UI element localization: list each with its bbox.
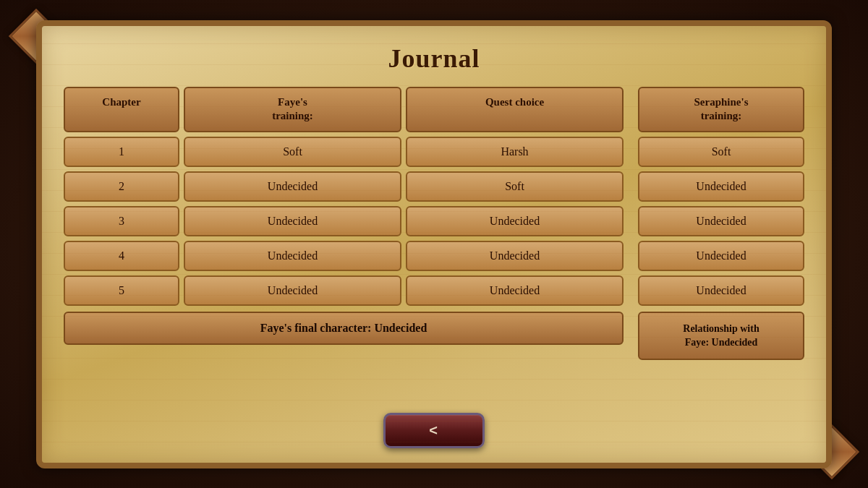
- cell-chapter-5: 5: [64, 275, 179, 306]
- seraphine-training-4: Undecided: [638, 241, 804, 271]
- cell-chapter-3: 3: [64, 206, 179, 236]
- cell-faye-training-1: Soft: [184, 137, 401, 167]
- table-data-rows: 1 Soft Harsh 2 Undecided Soft 3 Undecide…: [64, 137, 624, 306]
- cell-quest-choice-3: Undecided: [406, 206, 624, 236]
- table-row: 4 Undecided Undecided: [64, 241, 624, 271]
- right-panel: Seraphine'straining: Soft Undecided Unde…: [638, 87, 804, 403]
- back-button[interactable]: <: [383, 413, 485, 448]
- seraphine-training-cells: Soft Undecided Undecided Undecided Undec…: [638, 137, 804, 306]
- table-row: 5 Undecided Undecided: [64, 275, 624, 306]
- seraphine-training-header: Seraphine'straining:: [638, 87, 804, 132]
- header-faye-training: Faye'straining:: [184, 87, 401, 132]
- seraphine-training-2: Undecided: [638, 171, 804, 202]
- cell-faye-training-5: Undecided: [184, 275, 401, 306]
- cell-quest-choice-4: Undecided: [406, 241, 624, 271]
- cell-faye-training-2: Undecided: [184, 171, 401, 202]
- cell-faye-training-3: Undecided: [184, 206, 401, 236]
- cell-chapter-2: 2: [64, 171, 179, 202]
- table-header-row: Chapter Faye'straining: Quest choice: [64, 87, 624, 132]
- content-area: Chapter Faye'straining: Quest choice 1 S…: [64, 87, 804, 403]
- header-chapter: Chapter: [64, 87, 179, 132]
- header-quest-choice: Quest choice: [406, 87, 624, 132]
- cell-quest-choice-2: Soft: [406, 171, 624, 202]
- left-table: Chapter Faye'straining: Quest choice 1 S…: [64, 87, 624, 403]
- relationship-summary: Relationship withFaye: Undecided: [638, 312, 804, 360]
- journal-title: Journal: [388, 43, 480, 74]
- bottom-area: <: [64, 413, 804, 448]
- cell-quest-choice-1: Harsh: [406, 137, 624, 167]
- seraphine-training-1: Soft: [638, 137, 804, 167]
- cell-chapter-1: 1: [64, 137, 179, 167]
- journal-panel: Journal Chapter Faye'straining: Quest ch…: [36, 20, 832, 468]
- cell-chapter-4: 4: [64, 241, 179, 271]
- cell-quest-choice-5: Undecided: [406, 275, 624, 306]
- cell-faye-training-4: Undecided: [184, 241, 401, 271]
- table-row: 1 Soft Harsh: [64, 137, 624, 167]
- faye-final-summary: Faye's final character: Undecided: [64, 312, 624, 345]
- table-row: 3 Undecided Undecided: [64, 206, 624, 236]
- seraphine-training-5: Undecided: [638, 275, 804, 306]
- seraphine-training-3: Undecided: [638, 206, 804, 236]
- table-row: 2 Undecided Soft: [64, 171, 624, 202]
